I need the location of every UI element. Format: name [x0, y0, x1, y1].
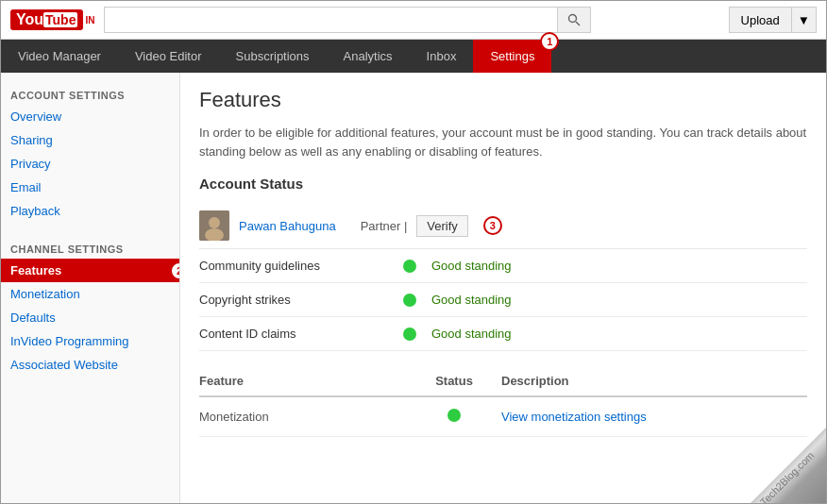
verify-button[interactable]: Verify — [416, 215, 468, 237]
community-guidelines-label: Community guidelines — [199, 259, 388, 273]
user-name[interactable]: Pawan Bahuguna — [239, 219, 336, 233]
main-content: Features In order to be eligible for add… — [180, 73, 826, 503]
features-sidebar-circle: 2 — [170, 261, 180, 280]
content-area: ACCOUNT SETTINGS Overview Sharing Privac… — [1, 73, 826, 503]
logo-youtube: YouTube — [10, 9, 83, 30]
search-button[interactable] — [557, 7, 591, 33]
nav-bar: Video Manager Video Editor Subscriptions… — [1, 40, 826, 73]
search-bar — [104, 7, 718, 33]
sidebar-item-playback[interactable]: Playback — [1, 199, 179, 223]
monetization-feature-row: Monetization View monetization settings — [199, 397, 807, 437]
info-text: In order to be eligible for additional f… — [199, 124, 807, 160]
sidebar: ACCOUNT SETTINGS Overview Sharing Privac… — [1, 73, 180, 503]
nav-analytics[interactable]: Analytics — [327, 40, 410, 73]
content-id-claims-label: Content ID claims — [199, 327, 388, 341]
svg-point-3 — [209, 217, 220, 228]
description-col-header: Description — [501, 374, 807, 388]
feature-col-header: Feature — [199, 374, 407, 388]
partner-label: Partner | — [361, 219, 408, 233]
sidebar-item-overview[interactable]: Overview — [1, 105, 179, 128]
verify-circle: 3 — [483, 216, 502, 235]
community-guidelines-dot — [403, 260, 416, 273]
view-monetization-link[interactable]: View monetization settings — [501, 410, 647, 424]
community-guidelines-status: Good standing — [431, 259, 512, 273]
account-status-title: Account Status — [199, 176, 807, 192]
monetization-description: View monetization settings — [501, 410, 807, 424]
sidebar-item-defaults[interactable]: Defaults — [1, 306, 179, 329]
feature-table: Feature Status Description Monetization … — [199, 366, 807, 437]
sidebar-item-invideo[interactable]: InVideo Programming — [1, 329, 179, 353]
sidebar-item-privacy[interactable]: Privacy — [1, 152, 179, 176]
page-title: Features — [199, 88, 807, 112]
nav-subscriptions[interactable]: Subscriptions — [219, 40, 327, 73]
channel-settings-section-title: CHANNEL SETTINGS — [1, 236, 179, 259]
monetization-status-dot — [407, 409, 501, 425]
status-col-header: Status — [407, 374, 501, 388]
nav-settings[interactable]: Settings 1 — [473, 40, 551, 73]
sidebar-item-sharing[interactable]: Sharing — [1, 128, 179, 152]
copyright-strikes-row: Copyright strikes Good standing — [199, 283, 807, 317]
sidebar-item-email[interactable]: Email — [1, 176, 179, 199]
settings-nav-circle: 1 — [540, 32, 559, 51]
sidebar-item-monetization[interactable]: Monetization — [1, 282, 179, 306]
user-row: Pawan Bahuguna Partner | Verify 3 — [199, 203, 807, 249]
content-id-claims-status: Good standing — [431, 327, 512, 341]
search-input[interactable] — [104, 7, 557, 33]
header: YouTube IN Upload ▼ — [1, 1, 826, 40]
account-status-section: Account Status Pawan Bahuguna Partner | … — [199, 176, 807, 351]
content-id-claims-dot — [403, 328, 416, 341]
copyright-strikes-label: Copyright strikes — [199, 293, 388, 307]
logo: YouTube IN — [10, 9, 94, 30]
search-icon — [567, 13, 581, 26]
copyright-strikes-status: Good standing — [431, 293, 512, 307]
copyright-strikes-dot — [403, 294, 416, 307]
upload-button[interactable]: Upload — [729, 7, 791, 33]
monetization-feature-label: Monetization — [199, 410, 407, 424]
window: YouTube IN Upload ▼ Video Manager Video … — [0, 0, 827, 504]
sidebar-item-associated-website[interactable]: Associated Website — [1, 353, 179, 377]
upload-dropdown-button[interactable]: ▼ — [791, 7, 817, 33]
community-guidelines-row: Community guidelines Good standing — [199, 249, 807, 283]
account-settings-section-title: ACCOUNT SETTINGS — [1, 82, 179, 105]
logo-in: IN — [85, 15, 94, 25]
feature-table-header: Feature Status Description — [199, 366, 807, 397]
nav-video-manager[interactable]: Video Manager — [1, 40, 118, 73]
avatar-image — [199, 210, 229, 241]
svg-line-1 — [576, 22, 580, 25]
monetization-dot — [447, 409, 461, 422]
upload-area: Upload ▼ — [729, 7, 817, 33]
avatar — [199, 210, 229, 241]
content-id-claims-row: Content ID claims Good standing — [199, 317, 807, 351]
sidebar-item-features[interactable]: Features 2 — [1, 259, 179, 282]
nav-video-editor[interactable]: Video Editor — [118, 40, 219, 73]
nav-inbox[interactable]: Inbox — [410, 40, 474, 73]
svg-point-0 — [569, 15, 577, 23]
